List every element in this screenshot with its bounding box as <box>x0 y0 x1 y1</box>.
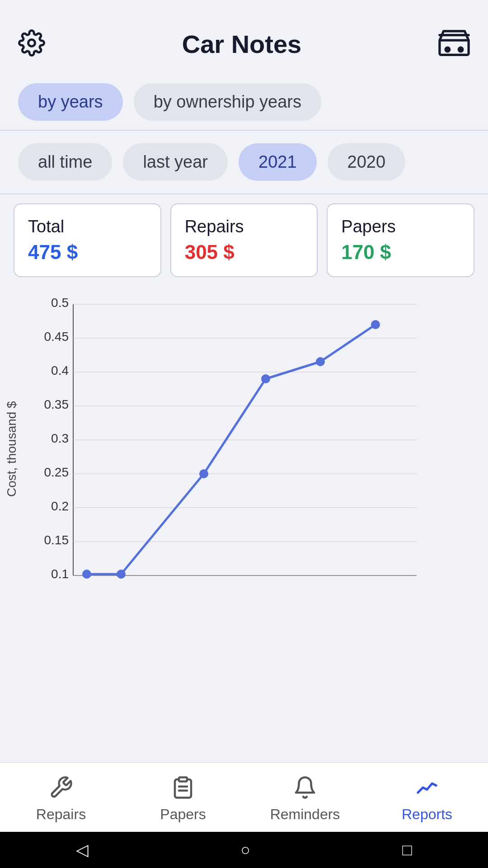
filter-last-year[interactable]: last year <box>123 143 228 181</box>
android-nav-bar: ◁ ○ □ <box>0 832 488 868</box>
data-point-1 <box>82 570 91 579</box>
svg-text:0.3: 0.3 <box>51 431 69 445</box>
card-repairs-label: Repairs <box>185 217 304 236</box>
filter-2021[interactable]: 2021 <box>239 143 317 181</box>
car-garage-icon[interactable] <box>438 27 470 61</box>
clipboard-icon <box>171 775 195 802</box>
header: Car Notes <box>0 0 488 74</box>
bell-icon <box>293 775 317 802</box>
card-papers-label: Papers <box>341 217 460 236</box>
nav-item-repairs[interactable]: Repairs <box>0 763 122 832</box>
data-point-6 <box>371 320 380 329</box>
svg-rect-25 <box>179 778 187 782</box>
wrench-icon <box>49 775 73 802</box>
svg-text:0.25: 0.25 <box>44 465 69 479</box>
card-papers-value: 170 $ <box>341 241 460 264</box>
svg-point-0 <box>28 40 35 47</box>
bottom-nav: Repairs Papers Reminders <box>0 762 488 832</box>
data-point-5 <box>316 357 325 366</box>
card-total: Total 475 $ <box>14 203 161 277</box>
nav-item-reminders[interactable]: Reminders <box>244 763 366 832</box>
svg-text:0.15: 0.15 <box>44 533 69 547</box>
svg-text:0.45: 0.45 <box>44 330 69 344</box>
svg-text:0.1: 0.1 <box>51 567 69 581</box>
svg-point-4 <box>459 47 463 52</box>
y-axis-label: Cost, thousand $ <box>5 295 19 603</box>
svg-text:0.2: 0.2 <box>51 499 69 513</box>
filter-all-time[interactable]: all time <box>18 143 112 181</box>
settings-icon[interactable] <box>18 29 45 58</box>
svg-text:0.4: 0.4 <box>51 363 69 377</box>
chart-inner: 0.5 0.45 0.4 0.35 0.3 0.25 0.2 0.15 0.1 <box>19 295 483 603</box>
app-title: Car Notes <box>182 29 302 59</box>
svg-text:0.35: 0.35 <box>44 397 69 411</box>
card-repairs-value: 305 $ <box>185 241 304 264</box>
data-point-4 <box>261 374 270 383</box>
nav-label-reports: Reports <box>402 806 452 823</box>
data-point-3 <box>199 469 208 478</box>
card-papers: Papers 170 $ <box>327 203 474 277</box>
chart-container: Cost, thousand $ <box>0 286 488 607</box>
svg-point-3 <box>446 47 450 52</box>
data-point-2 <box>117 570 126 579</box>
android-home-button[interactable]: ○ <box>240 840 250 859</box>
filter-2020[interactable]: 2020 <box>328 143 406 181</box>
filter-by-years[interactable]: by years <box>18 83 123 121</box>
nav-label-repairs: Repairs <box>36 806 86 823</box>
filter-by-ownership-years[interactable]: by ownership years <box>134 83 321 121</box>
nav-label-reminders: Reminders <box>270 806 340 823</box>
svg-rect-1 <box>440 40 469 55</box>
android-recent-button[interactable]: □ <box>402 840 412 859</box>
chart-line-icon <box>415 775 439 802</box>
nav-item-reports[interactable]: Reports <box>366 763 488 832</box>
nav-item-papers[interactable]: Papers <box>122 763 244 832</box>
card-repairs: Repairs 305 $ <box>170 203 318 277</box>
filter-row-1: by years by ownership years <box>0 74 488 130</box>
svg-text:0.5: 0.5 <box>51 296 69 310</box>
card-total-value: 475 $ <box>28 241 147 264</box>
chart-area: Cost, thousand $ <box>5 295 483 603</box>
summary-cards: Total 475 $ Repairs 305 $ Papers 170 $ <box>0 194 488 286</box>
line-chart: 0.5 0.45 0.4 0.35 0.3 0.25 0.2 0.15 0.1 <box>23 295 430 603</box>
android-back-button[interactable]: ◁ <box>76 840 89 859</box>
filter-row-2: all time last year 2021 2020 <box>0 131 488 193</box>
card-total-label: Total <box>28 217 147 236</box>
nav-label-papers: Papers <box>160 806 206 823</box>
